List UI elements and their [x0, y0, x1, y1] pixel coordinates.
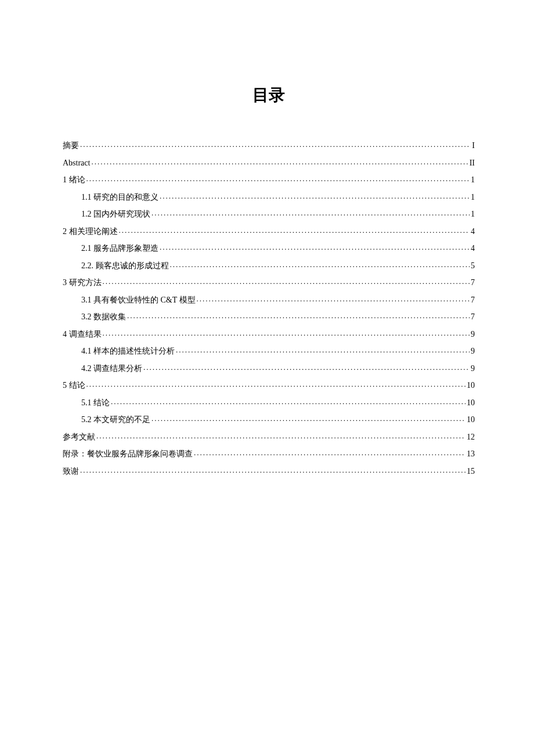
toc-leader-dots [103, 277, 470, 285]
toc-entry-page: 9 [471, 365, 475, 373]
toc-entry-page: I [472, 142, 475, 150]
toc-entry-label: 2 相关理论阐述 [63, 228, 118, 236]
toc-entry-page: 4 [471, 228, 475, 236]
toc-leader-dots [111, 397, 466, 405]
toc-entry: 1.1 研究的目的和意义1 [63, 192, 475, 201]
toc-entry-page: 7 [471, 296, 475, 304]
toc-leader-dots [160, 243, 470, 251]
toc-entry-label: 2.1 服务品牌形象塑造 [81, 244, 158, 253]
toc-entry-label: 致谢 [63, 467, 79, 476]
toc-entry-label: 1 绪论 [63, 176, 85, 184]
toc-entry: 1.2 国内外研究现状1 [63, 208, 475, 218]
toc-leader-dots [194, 448, 466, 456]
toc-entry-label: 1.1 研究的目的和意义 [81, 193, 158, 201]
toc-entry: 参考文献12 [63, 431, 475, 441]
toc-entry: 附录：餐饮业服务品牌形象问卷调查13 [63, 448, 475, 458]
toc-entry: 2.2. 顾客忠诚的形成过程5 [63, 260, 475, 270]
toc-entry-page: 1 [471, 176, 475, 184]
toc-entry: 3.1 具有餐饮业特性的 C&T 模型7 [63, 294, 475, 304]
toc-entry-label: 4.2 调查结果分析 [81, 365, 142, 373]
toc-entry-label: 1.2 国内外研究现状 [81, 210, 150, 218]
toc-title: 目录 [63, 84, 475, 106]
toc-entry-page: II [470, 159, 475, 167]
toc-entry-page: 4 [471, 244, 475, 253]
toc-entry-label: 5 结论 [63, 381, 85, 390]
toc-entry-label: Abstract [63, 159, 90, 167]
toc-entry-label: 3.1 具有餐饮业特性的 C&T 模型 [81, 296, 196, 304]
toc-entry: AbstractII [63, 157, 475, 167]
toc-leader-dots [80, 140, 471, 148]
toc-leader-dots [96, 431, 466, 440]
toc-leader-dots [127, 311, 470, 319]
toc-entry-label: 5.2 本文研究的不足 [81, 416, 150, 424]
toc-leader-dots [103, 329, 470, 337]
toc-entry: 4.1 样本的描述性统计分析9 [63, 345, 475, 355]
table-of-contents: 摘要IAbstractII1 绪论11.1 研究的目的和意义11.2 国内外研究… [63, 140, 475, 476]
toc-entry-page: 15 [467, 467, 475, 476]
toc-entry-label: 4.1 样本的描述性统计分析 [81, 347, 175, 355]
toc-entry-label: 4 调查结果 [63, 330, 102, 339]
toc-leader-dots [143, 363, 470, 371]
toc-leader-dots [197, 294, 470, 303]
toc-entry: 4.2 调查结果分析9 [63, 363, 475, 373]
toc-entry-label: 5.1 结论 [81, 399, 110, 407]
toc-leader-dots [91, 157, 468, 165]
toc-leader-dots [170, 260, 470, 268]
toc-entry: 2 相关理论阐述4 [63, 226, 475, 236]
toc-entry: 4 调查结果9 [63, 329, 475, 339]
toc-leader-dots [86, 174, 470, 182]
toc-entry-page: 7 [471, 279, 475, 287]
toc-leader-dots [151, 208, 470, 217]
toc-entry-label: 附录：餐饮业服务品牌形象问卷调查 [63, 450, 193, 458]
toc-entry-page: 9 [471, 330, 475, 339]
toc-leader-dots [151, 414, 466, 422]
toc-entry: 5.1 结论10 [63, 397, 475, 407]
toc-entry: 致谢15 [63, 466, 475, 476]
toc-entry-label: 参考文献 [63, 433, 95, 441]
toc-entry-page: 13 [467, 450, 475, 458]
toc-entry: 1 绪论1 [63, 174, 475, 184]
toc-entry: 5.2 本文研究的不足10 [63, 414, 475, 424]
document-page: 目录 摘要IAbstractII1 绪论11.1 研究的目的和意义11.2 国内… [0, 0, 534, 476]
toc-entry-page: 10 [467, 399, 475, 407]
toc-entry-label: 3 研究方法 [63, 279, 102, 287]
toc-entry: 2.1 服务品牌形象塑造4 [63, 243, 475, 253]
toc-entry-page: 9 [471, 347, 475, 355]
toc-entry-label: 2.2. 顾客忠诚的形成过程 [81, 262, 169, 270]
toc-leader-dots [119, 226, 470, 234]
toc-entry-page: 12 [467, 433, 475, 441]
toc-entry-label: 摘要 [63, 142, 79, 150]
toc-entry: 3.2 数据收集7 [63, 311, 475, 321]
toc-entry: 3 研究方法7 [63, 277, 475, 287]
toc-entry-page: 5 [471, 262, 475, 270]
toc-leader-dots [176, 345, 470, 354]
toc-entry-page: 1 [471, 210, 475, 218]
toc-entry: 5 结论10 [63, 380, 475, 390]
toc-entry-page: 1 [471, 193, 475, 201]
toc-entry-page: 10 [467, 416, 475, 424]
toc-leader-dots [86, 380, 466, 388]
toc-entry-page: 7 [471, 313, 475, 321]
toc-leader-dots [80, 466, 466, 474]
toc-entry-page: 10 [467, 381, 475, 390]
toc-entry: 摘要I [63, 140, 475, 150]
toc-leader-dots [160, 192, 470, 200]
toc-entry-label: 3.2 数据收集 [81, 313, 126, 321]
